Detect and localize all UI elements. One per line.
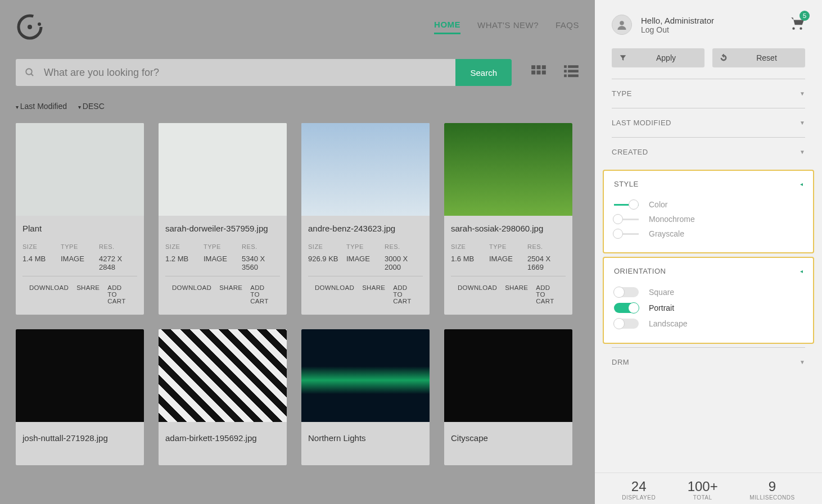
card-thumbnail[interactable] xyxy=(444,329,572,422)
search-button[interactable]: Search xyxy=(455,59,512,86)
sort-direction-dropdown[interactable]: DESC xyxy=(78,102,105,111)
card-thumbnail[interactable] xyxy=(444,123,572,216)
style-option-label: Monochrome xyxy=(649,215,695,224)
orientation-option-label: Portrait xyxy=(649,303,674,312)
list-view-icon[interactable] xyxy=(563,65,579,80)
download-button[interactable]: DOWNLOAD xyxy=(29,284,69,305)
add-to-cart-button[interactable]: ADD TO CART xyxy=(250,284,273,305)
add-to-cart-button[interactable]: ADD TO CART xyxy=(393,284,416,305)
share-button[interactable]: SHARE xyxy=(362,284,385,305)
share-button[interactable]: SHARE xyxy=(219,284,242,305)
share-button[interactable]: SHARE xyxy=(76,284,100,305)
svg-rect-15 xyxy=(564,75,567,78)
card-thumbnail[interactable] xyxy=(301,123,430,216)
style-option-label: Color xyxy=(649,200,667,209)
asset-card[interactable]: adam-birkett-195692.jpg xyxy=(159,329,287,465)
nav-home[interactable]: HOME xyxy=(434,20,460,34)
orientation-toggle[interactable] xyxy=(614,303,639,313)
card-title: Cityscape xyxy=(444,422,572,465)
asset-card[interactable]: josh-nuttall-271928.jpg xyxy=(16,329,144,465)
card-title: sarah-sosiak-298060.jpg xyxy=(444,216,572,237)
cart-icon[interactable]: 5 xyxy=(789,16,805,33)
card-title: sarah-dorweiler-357959.jpg xyxy=(159,216,287,237)
search-input[interactable] xyxy=(44,67,455,79)
filter-created[interactable]: CREATED ▼ xyxy=(612,137,805,166)
card-title: Plant xyxy=(16,216,144,237)
filter-drm[interactable]: DRM ▼ xyxy=(612,347,805,376)
filter-type[interactable]: TYPE ▼ xyxy=(612,79,805,108)
reset-button[interactable]: Reset xyxy=(712,48,805,67)
app-logo[interactable] xyxy=(16,13,44,41)
style-toggle[interactable] xyxy=(614,233,639,235)
asset-card[interactable]: sarah-dorweiler-357959.jpg SIZE1.2 MB TY… xyxy=(159,123,287,315)
card-title: adam-birkett-195692.jpg xyxy=(159,422,287,465)
sort-field-dropdown[interactable]: Last Modified xyxy=(16,102,67,111)
svg-rect-8 xyxy=(531,71,535,75)
share-button[interactable]: SHARE xyxy=(505,284,528,305)
chevron-down-icon: ▼ xyxy=(800,149,805,155)
stat-displayed: 24 DISPLAYED xyxy=(622,479,656,501)
orientation-option-label: Square xyxy=(649,288,674,297)
orientation-title: ORIENTATION xyxy=(614,267,666,275)
card-title: Northern Lights xyxy=(301,422,430,465)
chevron-down-icon: ▼ xyxy=(800,120,805,126)
style-toggle[interactable] xyxy=(614,219,639,220)
card-thumbnail[interactable] xyxy=(159,329,287,422)
svg-point-1 xyxy=(28,25,32,29)
asset-card[interactable]: Cityscape xyxy=(444,329,572,465)
add-to-cart-button[interactable]: ADD TO CART xyxy=(536,284,559,305)
greeting-text: Hello, Administrator xyxy=(641,16,780,25)
asset-card[interactable]: sarah-sosiak-298060.jpg SIZE1.6 MB TYPEI… xyxy=(444,123,572,315)
svg-rect-10 xyxy=(542,71,546,75)
stat-total: 100+ TOTAL xyxy=(688,479,718,501)
chevron-down-icon: ▼ xyxy=(800,359,805,365)
card-thumbnail[interactable] xyxy=(16,329,144,422)
orientation-toggle[interactable] xyxy=(614,319,639,329)
card-thumbnail[interactable] xyxy=(159,123,287,216)
svg-rect-14 xyxy=(568,70,579,72)
svg-rect-13 xyxy=(564,70,567,72)
reset-icon xyxy=(712,54,735,62)
svg-rect-6 xyxy=(537,65,541,69)
svg-line-4 xyxy=(31,74,33,76)
download-button[interactable]: DOWNLOAD xyxy=(172,284,211,305)
svg-point-2 xyxy=(38,22,41,26)
svg-rect-16 xyxy=(568,75,579,78)
nav-faqs[interactable]: FAQS xyxy=(555,20,579,33)
search-icon xyxy=(16,67,44,78)
download-button[interactable]: DOWNLOAD xyxy=(315,284,354,305)
orientation-option-label: Landscape xyxy=(649,319,688,328)
orientation-toggle[interactable] xyxy=(614,287,639,297)
svg-point-3 xyxy=(26,69,32,75)
card-thumbnail[interactable] xyxy=(16,123,144,216)
collapse-icon[interactable]: ◂ xyxy=(800,181,803,187)
asset-card[interactable]: Plant SIZE1.4 MB TYPEIMAGE RES.4272 X 28… xyxy=(16,123,144,315)
card-title: andre-benz-243623.jpg xyxy=(301,216,430,237)
cart-badge: 5 xyxy=(800,11,810,21)
stat-milliseconds: 9 MILLISECONDS xyxy=(749,479,794,501)
filter-style-section: STYLE ◂ Color Monochrome Grayscale xyxy=(603,170,814,253)
card-thumbnail[interactable] xyxy=(301,329,430,422)
download-button[interactable]: DOWNLOAD xyxy=(458,284,497,305)
card-title: josh-nuttall-271928.jpg xyxy=(16,422,144,465)
avatar[interactable] xyxy=(612,15,632,35)
svg-rect-11 xyxy=(564,65,567,68)
svg-point-17 xyxy=(620,21,624,25)
style-title: STYLE xyxy=(614,180,639,188)
add-to-cart-button[interactable]: ADD TO CART xyxy=(107,284,130,305)
asset-card[interactable]: andre-benz-243623.jpg SIZE926.9 KB TYPEI… xyxy=(301,123,430,315)
grid-view-icon[interactable] xyxy=(531,65,547,80)
style-toggle[interactable] xyxy=(614,204,639,206)
svg-rect-7 xyxy=(542,65,546,69)
svg-rect-9 xyxy=(537,71,541,75)
filter-icon xyxy=(612,54,634,62)
style-option-label: Grayscale xyxy=(649,229,684,238)
nav-whats-new[interactable]: WHAT'S NEW? xyxy=(477,20,539,33)
asset-card[interactable]: Northern Lights xyxy=(301,329,430,465)
apply-button[interactable]: Apply xyxy=(612,48,704,67)
collapse-icon[interactable]: ◂ xyxy=(800,268,803,274)
search-box: Search xyxy=(16,59,512,86)
logout-link[interactable]: Log Out xyxy=(641,25,780,34)
filter-orientation-section: ORIENTATION ◂ Square Portrait Landscape xyxy=(603,257,814,344)
filter-last-modified[interactable]: LAST MODIFIED ▼ xyxy=(612,108,805,137)
